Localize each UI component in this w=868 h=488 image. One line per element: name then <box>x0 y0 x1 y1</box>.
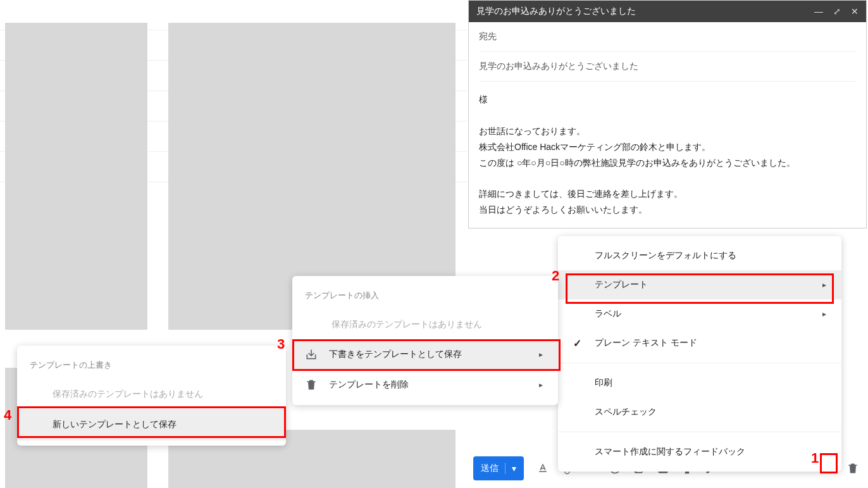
template-empty-text: 保存済みのテンプレートはありません <box>292 310 558 339</box>
opt-smart-compose-feedback[interactable]: スマート作成に関するフィードバック <box>558 437 841 466</box>
save-as-new-template[interactable]: 新しいテンプレートとして保存 <box>17 409 286 441</box>
compose-window: 見学のお申込みありがとうございました — ⤢ ✕ 宛先 見学のお申込みありがとう… <box>468 0 867 228</box>
template-delete[interactable]: テンプレートを削除 <box>292 370 558 400</box>
opt-print[interactable]: 印刷 <box>558 368 841 397</box>
more-options-menu: フルスクリーンをデフォルトにする テンプレート ラベル プレーン テキスト モー… <box>558 236 841 472</box>
template-delete-label: テンプレートを削除 <box>329 379 409 391</box>
compose-header[interactable]: 見学のお申込みありがとうございました — ⤢ ✕ <box>469 1 866 22</box>
discard-icon[interactable] <box>846 462 859 475</box>
to-field[interactable]: 宛先 <box>479 22 856 52</box>
body-line: 株式会社Office Hackマーケティング部の鈴木と申します。 <box>479 139 856 155</box>
trash-icon <box>305 379 318 391</box>
minimize-icon[interactable]: — <box>814 6 823 16</box>
body-line: 当日はどうぞよろしくお願いいたします。 <box>479 202 856 218</box>
send-label: 送信 <box>481 463 499 474</box>
download-icon <box>305 348 318 361</box>
compose-body-text[interactable]: 様 お世話になっております。 株式会社Office Hackマーケティング部の鈴… <box>479 82 856 228</box>
send-dropdown-icon[interactable]: ▾ <box>512 463 516 473</box>
close-icon[interactable]: ✕ <box>851 6 859 16</box>
opt-labels[interactable]: ラベル <box>558 299 841 328</box>
template-submenu: テンプレートの挿入 保存済みのテンプレートはありません 下書きをテンプレートとし… <box>292 276 558 405</box>
opt-spellcheck[interactable]: スペルチェック <box>558 397 841 427</box>
body-line: 様 <box>479 92 856 108</box>
compose-title: 見学のお申込みありがとうございました <box>476 6 636 17</box>
text-format-icon[interactable] <box>536 462 549 475</box>
annotation-number-4: 4 <box>4 407 11 423</box>
template-insert-header: テンプレートの挿入 <box>292 281 558 310</box>
annotation-number-2: 2 <box>552 268 559 284</box>
placeholder-block <box>5 23 147 330</box>
body-line: 詳細につきましては、後日ご連絡を差し上げます。 <box>479 186 856 202</box>
annotation-number-3: 3 <box>277 336 285 353</box>
opt-templates[interactable]: テンプレート <box>558 270 841 299</box>
save-empty-text: 保存済みのテンプレートはありません <box>17 380 286 409</box>
body-line: この度は ○年○月○日○時の弊社施設見学のお申込みをありがとうございました。 <box>479 155 856 171</box>
template-save-label: 下書きをテンプレートとして保存 <box>329 349 462 360</box>
expand-icon[interactable]: ⤢ <box>833 6 841 16</box>
body-line: お世話になっております。 <box>479 123 856 139</box>
send-button[interactable]: 送信 ▾ <box>473 456 524 480</box>
opt-plain-text[interactable]: プレーン テキスト モード <box>558 328 841 358</box>
template-save-draft[interactable]: 下書きをテンプレートとして保存 <box>292 339 558 370</box>
subject-field[interactable]: 見学のお申込みありがとうございました <box>479 52 856 82</box>
annotation-number-1: 1 <box>811 450 819 466</box>
save-template-submenu: テンプレートの上書き 保存済みのテンプレートはありません 新しいテンプレートとし… <box>17 346 286 446</box>
save-overwrite-header: テンプレートの上書き <box>17 351 286 380</box>
opt-fullscreen-default[interactable]: フルスクリーンをデフォルトにする <box>558 241 841 270</box>
